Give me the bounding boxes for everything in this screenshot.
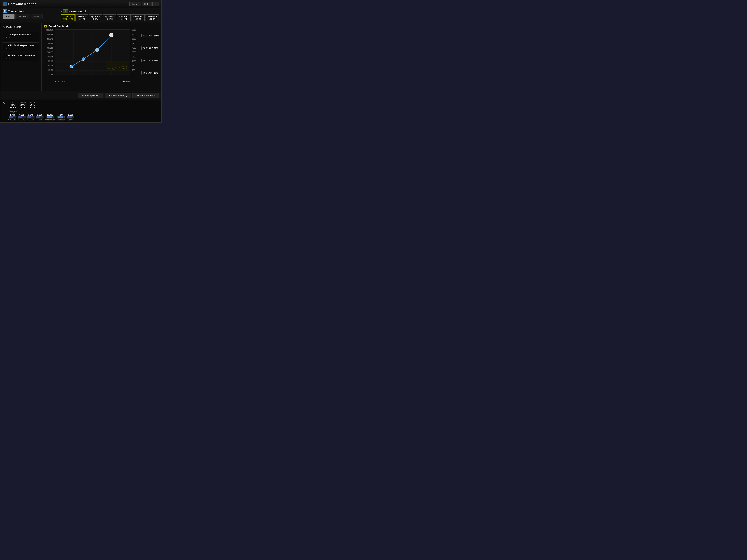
fan-curve-chart[interactable]: [55, 29, 130, 79]
voltage-system5v-val: 5.200: [58, 114, 63, 116]
mos-temp-reading: MOS 28°C 82°F: [30, 101, 35, 109]
y-label-6: 40/104: [47, 56, 53, 58]
system-temp-reading: System 27°C 80°F: [20, 101, 26, 109]
cpu-temp-reading: CPU 41°C 105°F: [10, 101, 16, 109]
voltage-system5v-bar: [57, 116, 65, 118]
fan-slot-system4-name: System 4: [133, 15, 143, 18]
voltage-cpu-core-fill: [9, 116, 13, 118]
threshold-1: 70°C/158°F/ 63%: [141, 47, 159, 50]
threshold-1-bar: [141, 47, 142, 50]
rpm-label-1: 6300: [132, 33, 136, 35]
tab-cpu[interactable]: CPU: [3, 14, 15, 19]
fan-slot-system5[interactable]: System 5 0RPM: [145, 15, 159, 21]
rpm-label-2: 5600: [132, 38, 136, 40]
voltage-cpu-core-bar: [9, 116, 16, 118]
voltage-cpu-io-fill: [19, 116, 22, 118]
threshold-0: 85°C/185°F/ 100%: [141, 34, 159, 37]
about-button[interactable]: About: [129, 2, 141, 6]
step-down-box[interactable]: CPU Fan1 step down time : 0.1s: [3, 53, 39, 61]
step-up-value: : 0.1s: [5, 47, 37, 50]
tab-mos[interactable]: MOS: [31, 14, 43, 19]
app-title: Hardware Monitor: [8, 2, 36, 6]
rpm-label-5: 3500: [132, 51, 136, 53]
temp-section: 📊 Temperature CPU System MOS: [3, 9, 43, 19]
temp-source-title: Temperature Source: [5, 33, 37, 36]
fan-control-header: ‹ 🌀 › Fan Control: [61, 9, 159, 13]
chart-wrapper[interactable]: 🌡 (°C) 🌡 (°F) 💨 (RPM): [55, 29, 130, 79]
x-axis-celsius-label: (°C): [57, 80, 60, 82]
fan-slot-system3[interactable]: System 3 0RPM: [117, 15, 131, 21]
voltage-pch-fill: [36, 116, 41, 118]
temp-nav: 📊 Temperature: [3, 9, 43, 12]
voltage-pch: 1.056 PCH: [36, 114, 44, 121]
step-up-box[interactable]: CPU Fan1 step up time : 0.1s: [3, 43, 39, 51]
fan-slot-system2-rpm: 0RPM: [105, 18, 114, 20]
dc-label: DC: [17, 26, 21, 29]
curve-point-3[interactable]: [96, 49, 99, 52]
smart-fan-title: Smart Fan Mode: [48, 25, 69, 28]
close-button[interactable]: X: [152, 2, 159, 6]
fan-control-icon: 🌀: [63, 9, 68, 13]
left-panel: PWM DC Temperature Source : CPU CPU Fan1…: [0, 23, 42, 91]
voltage-system12v-name: System/12V: [45, 119, 55, 121]
title-bar-left: ⚡ Hardware Monitor: [3, 2, 36, 6]
voltage-system12v-fill: [47, 116, 52, 118]
rpm-axis-icon: 💨 (RPM): [123, 80, 130, 82]
voltage-cpu-sa-name: CPU SA: [27, 119, 34, 121]
pwm-radio[interactable]: PWM: [3, 26, 12, 29]
mos-temp-val1: 28°C: [30, 103, 35, 106]
help-button[interactable]: Help: [142, 2, 152, 6]
top-section: 📊 Temperature CPU System MOS ‹ 🌀 › Fan C…: [0, 8, 161, 23]
curve-point-4[interactable]: [109, 33, 113, 37]
pwm-dc-toggle: PWM DC: [3, 26, 39, 29]
y-label-4: 60/140: [47, 47, 53, 49]
y-label-8: 20/ 68: [48, 65, 53, 67]
voltage-cpu-sa: 1.048 CPU SA: [27, 114, 34, 121]
fan-slot-system5-name: System 5: [147, 15, 157, 18]
temp-icon: 📊: [3, 9, 7, 12]
x-axis-fahrenheit-label: (°F): [62, 80, 66, 82]
all-full-speed-button[interactable]: All Full Speed(F): [78, 92, 103, 98]
status-temps: ↖ CPU 41°C 105°F System 27°C 80°F MOS 28…: [3, 101, 159, 109]
all-set-cancel-button[interactable]: All Set Cancel(C): [132, 92, 159, 98]
step-up-title: CPU Fan1 step up time: [5, 44, 37, 47]
system-temp-val1: 27°C: [20, 103, 26, 106]
threshold-2-pct: 38%: [154, 59, 158, 61]
tab-system[interactable]: System: [15, 14, 30, 19]
fan-slot-system2[interactable]: System 2 0RPM: [103, 15, 117, 21]
all-set-default-button[interactable]: All Set Default(D): [105, 92, 131, 98]
fan-slot-pump1[interactable]: PUMP 1 0RPM: [75, 15, 88, 21]
fan-slot-cpu1-name: CPU 1: [63, 15, 73, 18]
x-axis-fahrenheit-icon: 🌡 (°F): [60, 80, 66, 82]
fan-slot-pump1-name: PUMP 1: [77, 15, 86, 18]
rpm-label-10: 0: [132, 74, 133, 76]
temp-source-box[interactable]: Temperature Source : CPU: [3, 32, 39, 41]
curve-point-1[interactable]: [70, 65, 73, 68]
fan-slot-system1-rpm: 0RPM: [91, 18, 100, 20]
pwm-radio-outer: [3, 26, 5, 28]
dc-radio[interactable]: DC: [14, 26, 21, 29]
voltage-pch-name: PCH: [38, 119, 42, 121]
title-bar: ⚡ Hardware Monitor About Help X: [0, 0, 161, 8]
fan-slot-cpu1[interactable]: CPU 1 1006RPM: [61, 15, 75, 21]
y-label-9: 10/ 50: [48, 69, 53, 71]
x-axis-temp-icon: 🌡 (°C): [55, 80, 60, 82]
chart-threshold-labels: 85°C/185°F/ 100% 70°C/158°F/ 63% 55°C/13…: [141, 29, 159, 79]
curve-point-2[interactable]: [82, 58, 85, 61]
threshold-0-pct: 100%: [154, 35, 159, 37]
voltage-dram: 1.200 DRAM: [67, 114, 74, 121]
fan-slot-system4[interactable]: System 4 0RPM: [131, 15, 145, 21]
y-label-1: 90/194: [47, 33, 53, 35]
threshold-3: 40°C/104°F/ 13%: [141, 71, 159, 75]
chart-rpm-labels: 7000 6300 5600 4900 4200 3500 2800 2100 …: [132, 29, 139, 79]
fan-slot-system1[interactable]: System 1 0RPM: [89, 15, 102, 21]
voltage-cpu-sa-bar: [27, 116, 34, 118]
voltage-dram-fill: [67, 116, 72, 118]
system-temp-val2: 80°F: [20, 106, 26, 109]
voltage-cpu-sa-fill: [27, 116, 32, 118]
pwm-radio-inner: [4, 27, 5, 28]
cursor-icon: ↖: [3, 101, 5, 105]
voltage-cpu-io: 0.952 CPU I/O: [18, 114, 26, 121]
threshold-1-temp: 70°C/158°F/: [143, 47, 153, 49]
threshold-1-pct: 63%: [154, 47, 158, 49]
